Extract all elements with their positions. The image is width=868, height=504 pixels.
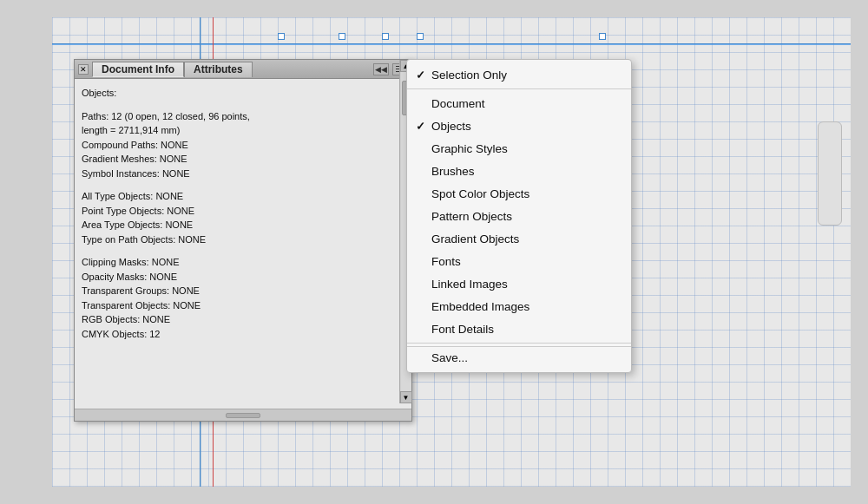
menu-item-spot-color-objects[interactable]: Spot Color Objects — [407, 182, 631, 205]
handle-top-far-right[interactable] — [599, 33, 606, 40]
panel-content-area: Objects: Paths: 12 (0 open, 12 closed, 9… — [75, 79, 266, 409]
menu-item-selection-only[interactable]: Selection Only — [407, 63, 631, 86]
handle-top-left[interactable] — [278, 33, 285, 40]
rgb-objects: RGB Objects: NONE — [82, 312, 250, 327]
menu-item-gradient-objects[interactable]: Gradient Objects — [407, 227, 631, 250]
type-on-path-objects: Type on Path Objects: NONE — [82, 232, 250, 247]
transparent-groups: Transparent Groups: NONE — [82, 284, 250, 298]
menu-item-embedded-images[interactable]: Embedded Images — [407, 295, 631, 317]
menu-item-objects[interactable]: Objects — [407, 115, 631, 137]
opacity-masks: Opacity Masks: NONE — [82, 270, 250, 285]
objects-header: Objects: — [82, 86, 250, 101]
panel-close-button[interactable]: ✕ — [78, 64, 89, 75]
handle-top-right-1[interactable] — [382, 33, 389, 40]
menu-item-save[interactable]: Save... — [407, 346, 631, 369]
collapse-button[interactable]: ◀◀ — [373, 63, 389, 75]
dropdown-menu: Selection OnlyDocumentObjectsGraphic Sty… — [406, 59, 632, 373]
menu-item-linked-images[interactable]: Linked Images — [407, 272, 631, 295]
area-type-objects: Area Type Objects: NONE — [82, 218, 250, 232]
all-type-objects: All Type Objects: NONE — [82, 189, 250, 204]
menu-item-document[interactable]: Document — [407, 92, 631, 115]
panel-tabs: Document Info Attributes — [92, 62, 370, 77]
tab-document-info[interactable]: Document Info — [92, 62, 184, 77]
menu-divider-font-details — [407, 343, 631, 344]
compound-paths: Compound Paths: NONE — [82, 138, 250, 153]
panel-text: Objects: Paths: 12 (0 open, 12 closed, 9… — [82, 86, 260, 341]
right-side-panel — [818, 121, 842, 226]
guide-line-h2 — [52, 44, 851, 45]
paths-line1: Paths: 12 (0 open, 12 closed, 96 points, — [82, 109, 250, 124]
menu-item-font-details[interactable]: Font Details — [407, 317, 631, 340]
clipping-masks: Clipping Masks: NONE — [82, 255, 250, 270]
symbol-instances: Symbol Instances: NONE — [82, 167, 250, 181]
cmyk-objects: CMYK Objects: 12 — [82, 327, 250, 342]
panel-bottom-scrollbar — [75, 409, 411, 421]
bottom-scroll-handle[interactable] — [226, 413, 260, 418]
menu-item-brushes[interactable]: Brushes — [407, 160, 631, 182]
panel-body: Objects: Paths: 12 (0 open, 12 closed, 9… — [75, 79, 411, 409]
handle-top-right-2[interactable] — [417, 33, 424, 40]
menu-item-pattern-objects[interactable]: Pattern Objects — [407, 205, 631, 227]
gradient-meshes: Gradient Meshes: NONE — [82, 152, 250, 167]
menu-item-graphic-styles[interactable]: Graphic Styles — [407, 137, 631, 160]
transparent-objects: Transparent Objects: NONE — [82, 298, 250, 313]
scroll-down-button[interactable]: ▼ — [400, 391, 412, 403]
tab-attributes[interactable]: Attributes — [184, 62, 253, 77]
point-type-objects: Point Type Objects: NONE — [82, 204, 250, 219]
paths-line2: length = 2711,914 mm) — [82, 123, 250, 138]
menu-item-fonts[interactable]: Fonts — [407, 250, 631, 272]
panel-titlebar: ✕ Document Info Attributes ◀◀ — [75, 60, 411, 79]
menu-divider-selection-only — [407, 88, 631, 89]
document-info-panel: ✕ Document Info Attributes ◀◀ Objects: P… — [74, 59, 412, 422]
handle-top-center[interactable] — [339, 33, 345, 40]
